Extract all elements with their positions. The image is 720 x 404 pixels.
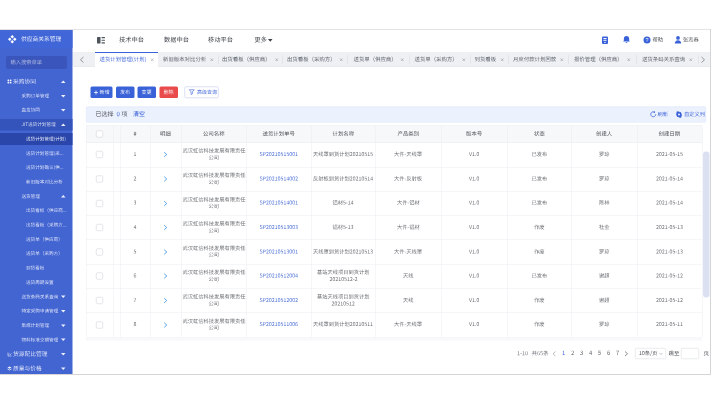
svg-text:?: ? [646,37,649,43]
